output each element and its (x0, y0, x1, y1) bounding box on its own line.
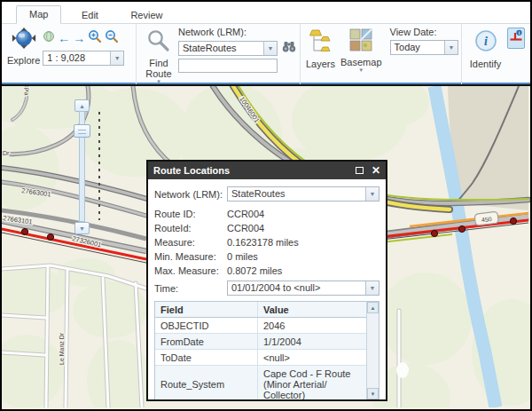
explore-label: Explore (7, 55, 40, 66)
map-canvas[interactable]: 450 27663001 27663101 (2, 84, 530, 409)
route-id-input[interactable] (178, 59, 278, 73)
zoom-in-icon[interactable] (88, 29, 102, 47)
ribbon: Map Edit Review (2, 2, 530, 84)
dialog-title: Route Locations (153, 165, 230, 176)
find-route-magnifier-icon (146, 27, 171, 58)
find-route-label: Find Route (144, 58, 174, 79)
table-row[interactable]: Route_System Cape Cod - F Route (Minor A… (155, 366, 366, 399)
tab-map[interactable]: Map (16, 5, 61, 24)
basemap-dropdown-icon[interactable]: ▾ (360, 67, 364, 73)
view-date-combobox[interactable]: Today ▼ (390, 40, 458, 55)
table-header-row: Field Value (155, 302, 366, 318)
basemap-button[interactable]: Basemap ▾ (338, 26, 384, 74)
identify-icon: i (473, 27, 498, 59)
attributes-table: Field Value OBJECTID 2046 FromDate 1/1/2… (154, 301, 379, 399)
dialog-titlebar[interactable]: Route Locations ✕ (148, 162, 386, 179)
cell-field: ToDate (155, 350, 258, 365)
map-zoom-slider: ▲ ▼ (74, 99, 101, 234)
time-combobox[interactable]: 01/01/2004 to <null> ▼ (227, 281, 379, 296)
route-shield: 450 (474, 211, 498, 225)
table-row[interactable]: FromDate 1/1/2004 (155, 334, 366, 350)
network-lrm-dropdown-icon[interactable]: ▼ (263, 42, 277, 55)
explore-icon (9, 27, 39, 55)
time-dropdown-icon[interactable]: ▼ (365, 281, 379, 295)
cell-value: 2046 (258, 318, 366, 333)
route-id-label: Route ID: (154, 209, 227, 219)
scrollbar-down-icon[interactable]: ▼ (367, 388, 379, 399)
svg-text:Le Manz Dr: Le Manz Dr (59, 332, 65, 365)
tab-edit[interactable]: Edit (61, 7, 118, 24)
layers-icon (309, 27, 332, 59)
zoom-slider-handle[interactable] (74, 124, 90, 138)
dialog-network-dropdown-icon[interactable]: ▼ (365, 187, 379, 201)
network-lrm-label: Network (LRM): (178, 27, 297, 37)
max-measure-value: 0.8072 miles (227, 265, 282, 276)
dialog-body: Network (LRM): StateRoutes ▼ Route ID:CC… (148, 179, 386, 399)
routeid-value: CCR004 (227, 223, 264, 233)
scale-combobox[interactable]: 1 : 9,028 ▼ (43, 51, 124, 66)
zoom-slider-ticks (98, 112, 100, 220)
app-window: Map Edit Review (0, 0, 532, 411)
identify-button[interactable]: i Identify (467, 26, 504, 70)
view-date-dropdown-icon[interactable]: ▼ (444, 41, 458, 54)
min-measure-value: 0 miles (227, 251, 258, 262)
layers-button[interactable]: Layers (303, 26, 338, 70)
zoom-slider-up-button[interactable]: ▲ (74, 99, 90, 112)
table-row[interactable]: ToDate <null> (155, 350, 366, 366)
forward-arrow-icon[interactable]: → (73, 32, 85, 44)
route-id-value: CCR004 (227, 209, 264, 219)
basemap-icon (349, 27, 372, 57)
svg-text:i: i (484, 35, 488, 48)
svg-text:450: 450 (481, 216, 493, 223)
explore-button[interactable]: Explore (4, 26, 43, 67)
svg-text:Dr: Dr (3, 150, 10, 156)
scale-dropdown-icon[interactable]: ▼ (110, 51, 123, 65)
close-icon[interactable]: ✕ (372, 166, 380, 175)
table-scrollbar[interactable]: ▲ ▼ (366, 302, 379, 399)
cell-value: 1/1/2004 (258, 334, 366, 349)
svg-text:Pa: Pa (23, 87, 30, 95)
dialog-network-combobox[interactable]: StateRoutes ▼ (227, 186, 379, 202)
table-row[interactable]: OBJECTID 2046 (155, 318, 366, 334)
measure-value: 0.1623178 miles (227, 237, 299, 248)
zoom-out-icon[interactable] (105, 29, 119, 47)
maximize-icon[interactable] (356, 167, 364, 174)
cell-field: FromDate (155, 334, 258, 349)
cell-value: Cape Cod - F Route (Minor Arterial/ Coll… (258, 366, 366, 399)
dialog-network-value: StateRoutes (228, 187, 365, 201)
view-date-value: Today (391, 41, 444, 54)
time-value: 01/01/2004 to <null> (228, 281, 365, 295)
cell-field: Route_System (155, 366, 258, 399)
route-locations-dialog: Route Locations ✕ Network (LRM): StateRo… (146, 160, 387, 401)
time-label: Time: (154, 283, 227, 294)
dialog-network-label: Network (LRM): (154, 189, 227, 200)
measure-label: Measure: (154, 237, 227, 248)
cell-field: OBJECTID (155, 318, 258, 333)
identify-label: Identify (470, 59, 501, 69)
max-measure-label: Max. Measure: (154, 265, 227, 276)
routeid-label: RouteId: (154, 223, 227, 233)
network-lrm-value: StateRoutes (179, 42, 263, 55)
identify-route-location-icon: i (509, 31, 523, 46)
scale-value: 1 : 9,028 (43, 51, 110, 65)
scrollbar-up-icon[interactable]: ▲ (367, 302, 379, 313)
globe-icon[interactable] (43, 30, 55, 46)
value-column-header[interactable]: Value (258, 302, 366, 317)
view-date-label: View Date: (390, 27, 458, 37)
network-lrm-combobox[interactable]: StateRoutes ▼ (178, 41, 278, 56)
min-measure-label: Min. Measure: (154, 251, 227, 262)
tab-review[interactable]: Review (118, 7, 175, 24)
identify-route-location-button[interactable]: i (507, 28, 525, 49)
zoom-slider-down-button[interactable]: ▼ (74, 222, 90, 234)
find-route-button[interactable]: Find Route ▾ (139, 26, 178, 85)
back-arrow-icon[interactable]: ← (58, 32, 70, 44)
binoculars-icon[interactable] (281, 39, 297, 57)
layers-label: Layers (306, 59, 335, 69)
cell-value: <null> (258, 350, 366, 365)
field-column-header[interactable]: Field (155, 302, 258, 317)
ribbon-tabstrip: Map Edit Review (2, 2, 530, 24)
